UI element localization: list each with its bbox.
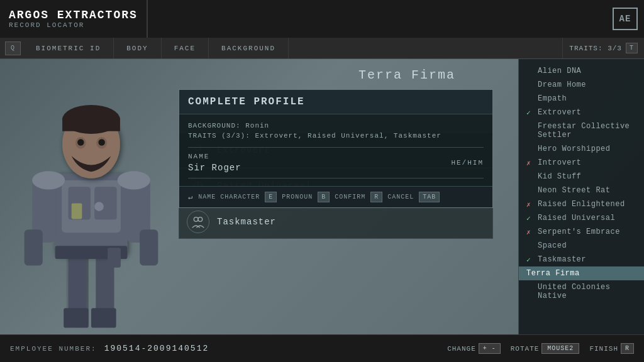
right-list-item[interactable]: United Colonies Native	[519, 280, 644, 303]
svg-point-30	[198, 217, 203, 222]
right-list-item[interactable]: Terra Firma	[519, 266, 644, 280]
change-label: CHANGE	[447, 345, 476, 353]
right-list-item-label: Taskmaster	[538, 255, 586, 264]
svg-point-29	[194, 217, 198, 222]
right-list-item-label: Empath	[538, 94, 567, 103]
action-name-label: NAME CHARACTER	[198, 194, 260, 200]
modal-pronoun-header: HE/HIM	[451, 159, 484, 167]
right-list-item[interactable]: Kid Stuff	[519, 170, 644, 184]
right-list-item-label: Raised Universal	[538, 214, 615, 222]
right-list-item-label: Spaced	[538, 241, 567, 250]
modal-actions: ↵ NAME CHARACTER E PRONOUN B CONFIRM R C…	[179, 186, 492, 207]
character-area	[0, 59, 182, 334]
right-list-item-label: Hero Worshipped	[538, 145, 611, 153]
right-list-item-label: Raised Enlightened	[538, 200, 625, 209]
action-pronoun-key[interactable]: B	[318, 192, 330, 202]
right-list-item[interactable]: Raised Enlightened	[519, 197, 644, 211]
action-cancel-label: CANCEL	[387, 194, 414, 200]
action-confirm-key[interactable]: R	[370, 192, 382, 202]
right-list-item-label: Freestar Collective Settler	[538, 122, 636, 140]
trait-icon	[187, 211, 209, 233]
trait-name: Taskmaster	[217, 217, 276, 227]
company-logo: AE	[613, 8, 638, 30]
company-block: ARGOS EXTRACTORS RECORD LOCATOR	[0, 0, 148, 38]
modal-body: BACKGROUND: Ronin TRAITS (3/3): Extrover…	[179, 114, 492, 186]
action-pronoun-label: PRONOUN	[282, 194, 313, 200]
right-list-item-label: Dream Home	[538, 80, 586, 89]
right-list-item[interactable]: Raised Universal	[519, 211, 644, 225]
traits-key-t: T	[626, 43, 638, 53]
modal-traits: TRAITS (3/3): Extrovert, Raised Universa…	[188, 132, 484, 140]
cursor-icon: ↵	[188, 192, 193, 202]
modal-name-header: NAME	[188, 153, 242, 160]
right-list-item[interactable]: Freestar Collective Settler	[519, 119, 644, 142]
change-keys[interactable]: + -	[479, 343, 501, 354]
tab-face[interactable]: FACE	[162, 38, 209, 58]
svg-point-13	[32, 171, 65, 189]
traits-label: TRAITS: 3/3	[569, 45, 622, 52]
right-traits-list: Alien DNADream HomeEmpathExtrovertFreest…	[519, 59, 644, 308]
svg-point-22	[98, 139, 104, 145]
right-list-item-label: United Colonies Native	[538, 283, 636, 300]
nav-tabs: Q BIOMETRIC ID BODY FACE BACKGROUND TRAI…	[0, 38, 644, 59]
right-list-item[interactable]: Extrovert	[519, 106, 644, 119]
right-list-item-label: Kid Stuff	[538, 172, 581, 181]
finish-action: FINISH R	[589, 343, 634, 354]
character-silhouette	[0, 59, 182, 334]
right-list-item-label: Introvert	[538, 158, 581, 167]
modal-name-col: NAME Sir Roger	[188, 153, 242, 173]
svg-rect-10	[25, 229, 43, 265]
action-name-key[interactable]: E	[265, 192, 277, 202]
svg-point-14	[118, 171, 150, 189]
svg-point-24	[94, 202, 104, 211]
right-list-item[interactable]: Dream Home	[519, 78, 644, 92]
change-action: CHANGE + -	[447, 343, 501, 354]
action-confirm-label: CONFIRM	[335, 194, 365, 200]
right-list-item[interactable]: Empath	[519, 92, 644, 106]
company-name: ARGOS EXTRACTORS	[9, 9, 138, 21]
svg-rect-12	[140, 229, 158, 265]
right-list-item[interactable]: Hero Worshipped	[519, 142, 644, 156]
right-list-item-label: Neon Street Rat	[538, 186, 611, 195]
svg-rect-23	[72, 203, 82, 219]
right-panel: Alien DNADream HomeEmpathExtrovertFreest…	[518, 59, 644, 334]
tab-traits[interactable]: TRAITS: 3/3 T	[562, 38, 644, 58]
right-list-item[interactable]: Neon Street Rat	[519, 184, 644, 197]
action-cancel-key[interactable]: TAB	[419, 192, 440, 202]
character-name: Terra Firma	[358, 68, 455, 82]
modal-name-row: NAME Sir Roger HE/HIM	[188, 147, 484, 178]
right-list-item[interactable]: Serpent's Embrace	[519, 225, 644, 239]
right-list-item[interactable]: Taskmaster	[519, 253, 644, 266]
company-subtitle: RECORD LOCATOR	[9, 21, 138, 29]
main-panel: Terra Firma COMPLETE PROFILE BACKGROUND:…	[170, 59, 644, 334]
rotate-action: ROTATE MOUSE2	[511, 343, 580, 354]
top-bar: ARGOS EXTRACTORS RECORD LOCATOR AE	[0, 0, 644, 38]
tab-key-q[interactable]: Q	[5, 41, 21, 55]
logo-block: AE	[613, 0, 644, 38]
rotate-key[interactable]: MOUSE2	[541, 343, 579, 354]
tab-background[interactable]: BACKGROUND	[209, 38, 289, 58]
bottom-actions: CHANGE + - ROTATE MOUSE2 FINISH R	[447, 343, 634, 354]
modal-dialog: COMPLETE PROFILE BACKGROUND: Ronin TRAIT…	[179, 89, 493, 208]
svg-point-21	[77, 139, 84, 145]
rotate-label: ROTATE	[511, 345, 540, 353]
right-list-item[interactable]: Alien DNA	[519, 64, 644, 78]
right-list-item-label: Terra Firma	[526, 269, 580, 278]
right-list-item-label: Alien DNA	[538, 67, 581, 75]
finish-key[interactable]: R	[621, 343, 634, 354]
svg-rect-18	[62, 118, 120, 131]
svg-rect-2	[64, 308, 89, 327]
modal-name-value: Sir Roger	[188, 163, 242, 173]
tab-biometric[interactable]: BIOMETRIC ID	[23, 38, 114, 58]
right-list-item[interactable]: Spaced	[519, 239, 644, 253]
right-list-item[interactable]: Introvert	[519, 156, 644, 170]
trait-item[interactable]: Taskmaster	[179, 205, 493, 239]
modal-title: COMPLETE PROFILE	[179, 90, 492, 114]
right-list-item-label: Serpent's Embrace	[538, 228, 620, 236]
employee-number: 190514-2009140512	[104, 344, 209, 353]
bottom-bar: EMPLOYEE NUMBER: 190514-2009140512 CHANG…	[0, 334, 644, 362]
svg-rect-25	[108, 248, 121, 267]
tab-body[interactable]: BODY	[114, 38, 161, 58]
right-list-item-label: Extrovert	[538, 108, 581, 117]
employee-label: EMPLOYEE NUMBER:	[10, 345, 97, 353]
